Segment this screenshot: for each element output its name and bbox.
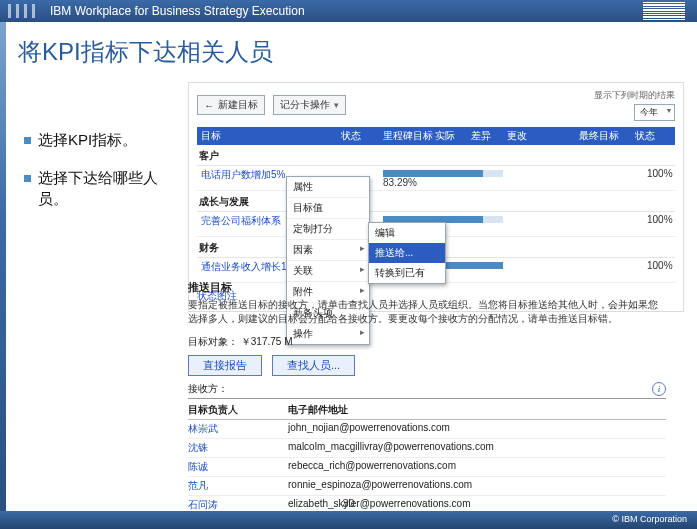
recipients-heading: 推送目标 [188,280,666,295]
menu-item-target-value[interactable]: 目标值 [287,198,369,219]
slide-title: 将KPI指标下达相关人员 [0,22,697,76]
ibm-logo-icon [643,2,685,20]
chevron-right-icon: ▸ [360,264,365,274]
section-growth: 成长与发展 [197,191,675,212]
submenu-item-push-to[interactable]: 推送给... [369,243,445,263]
recipient-email: john_nojian@powerrenovations.com [288,422,666,436]
recipient-email: rebecca_rich@powerrenovations.com [288,460,666,474]
menu-item-properties[interactable]: 属性 [287,177,369,198]
recipients-panel: 推送目标 要指定被推送目标的接收方，请单击查找人员并选择人员或组织。当您将目标推… [188,280,666,529]
recipient-name[interactable]: 沈铢 [188,441,288,455]
col-variance: 差异 [471,129,507,143]
info-icon[interactable]: i [652,382,666,396]
col-actual: 实际 [435,129,471,143]
recipient-name[interactable]: 陈诚 [188,460,288,474]
recipient-action-bar: 直接报告 查找人员... [188,355,666,376]
recipient-name[interactable]: 范凡 [188,479,288,493]
scorecard-toolbar: ← 新建目标 记分卡操作▾ 显示下列时期的结果 今年 [197,89,675,121]
progress-bar [383,170,503,177]
col-milestone: 里程碑目标 [383,129,435,143]
chevron-right-icon: ▸ [360,243,365,253]
period-select[interactable]: 今年 [634,104,675,121]
recipient-email: malcolm_macgillivray@powerrenovations.co… [288,441,666,455]
target-amount: 目标对象： ￥317.75 M [188,335,666,349]
find-people-button[interactable]: 查找人员... [272,355,355,376]
left-accent-rail [0,22,6,512]
copyright: © IBM Corporation [612,514,687,524]
col-goal: 目标 [201,129,341,143]
recipients-desc: 要指定被推送目标的接收方，请单击查找人员并选择人员或组织。当您将目标推送给其他人… [188,298,666,325]
direct-report-button[interactable]: 直接报告 [188,355,262,376]
list-item: 范凡 ronnie_espinoza@powerrenovations.com [188,477,666,496]
recipients-columns: 目标负责人 电子邮件地址 [188,401,666,420]
slide-topbar: IBM Workplace for Business Strategy Exec… [0,0,697,22]
period-label: 显示下列时期的结果 [594,89,675,102]
recipient-name[interactable]: 石问涛 [188,498,288,512]
menu-item-factors[interactable]: 因素▸ [287,240,369,261]
chevron-down-icon: ▾ [334,100,339,110]
recipients-subhead: 接收方： i [188,382,666,399]
col-owner: 目标负责人 [188,403,288,417]
menu-item-relations[interactable]: 关联▸ [287,261,369,282]
col-status: 状态 [341,129,383,143]
col-email: 电子邮件地址 [288,403,666,417]
col-status2: 状态 [635,129,671,143]
list-item: 陈诚 rebecca_rich@powerrenovations.com [188,458,666,477]
scorecard-header-row: 目标 状态 里程碑目标 实际 差异 更改 最终目标 状态 [197,127,675,145]
col-final: 最终目标 [579,129,635,143]
recipient-name[interactable]: 林崇武 [188,422,288,436]
period-filter: 显示下列时期的结果 今年 [594,89,675,121]
list-item: 沈铢 malcolm_macgillivray@powerrenovations… [188,439,666,458]
col-change: 更改 [507,129,543,143]
bullet-2: 选择下达给哪些人员。 [24,168,164,209]
submenu-item-edit[interactable]: 编辑 [369,223,445,243]
context-submenu: 编辑 推送给... 转换到已有 [368,222,446,284]
menu-item-custom-score[interactable]: 定制打分 [287,219,369,240]
section-customer: 客户 [197,145,675,166]
scorecard-ops-button[interactable]: 记分卡操作▾ [273,95,346,115]
topbar-title: IBM Workplace for Business Strategy Exec… [50,4,305,18]
slide-footbar: © IBM Corporation [0,511,697,529]
topbar-squares [8,4,38,18]
bullet-list: 选择KPI指标。 选择下达给哪些人员。 [24,130,164,227]
table-row[interactable]: 电话用户数增加5% 83.29% 100% [197,166,675,191]
new-goal-button[interactable]: ← 新建目标 [197,95,265,115]
recipient-email: ronnie_espinoza@powerrenovations.com [288,479,666,493]
bullet-1: 选择KPI指标。 [24,130,164,150]
list-item: 林崇武 john_nojian@powerrenovations.com [188,420,666,439]
slide-page-number: 30 [342,497,354,509]
